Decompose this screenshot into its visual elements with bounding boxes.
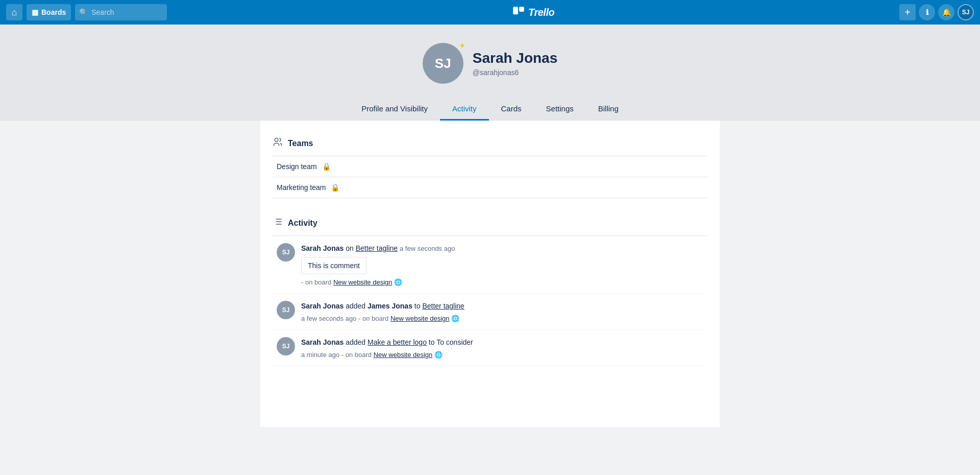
avatar: SJ: [277, 337, 295, 355]
home-button[interactable]: ⌂: [6, 4, 22, 20]
board-emoji: 🌐: [451, 315, 459, 322]
user-avatar[interactable]: SJ: [958, 4, 974, 20]
activity-action: added: [346, 302, 368, 310]
add-button[interactable]: +: [899, 4, 916, 20]
activity-body: Sarah Jonas added James Jonas to Better …: [301, 301, 703, 322]
tab-billing[interactable]: Billing: [586, 98, 631, 121]
profile-username: @sarahjonas6: [473, 68, 558, 77]
avatar: SJ: [277, 243, 295, 262]
activity-board: - on board New website design 🌐: [301, 278, 703, 286]
trello-logo-text: Trello: [528, 7, 554, 18]
activity-list: To consider: [436, 338, 473, 346]
search-wrapper: 🔍: [75, 4, 167, 20]
tab-activity[interactable]: Activity: [440, 98, 489, 121]
board-emoji: 🌐: [394, 278, 402, 286]
tab-profile[interactable]: Profile and Visibility: [349, 98, 440, 121]
tabs-bar: Profile and Visibility Activity Cards Se…: [0, 98, 980, 121]
activity-body: Sarah Jonas on Better tagline a few seco…: [301, 243, 703, 286]
trello-logo-icon: [512, 6, 525, 19]
tab-settings[interactable]: Settings: [534, 98, 586, 121]
activity-card-link[interactable]: Make a better logo: [368, 338, 427, 346]
tab-container: Profile and Visibility Activity Cards Se…: [349, 98, 631, 120]
profile-star-icon: ✦: [459, 41, 465, 51]
lock-icon: 🔒: [322, 162, 331, 171]
teams-section: Teams Design team 🔒 Marketing team 🔒: [273, 137, 707, 198]
board-link[interactable]: New website design: [374, 351, 433, 359]
profile-name: Sarah Jonas: [473, 50, 558, 66]
teams-icon: [273, 137, 283, 150]
board-link[interactable]: New website design: [390, 315, 450, 322]
svg-rect-1: [519, 7, 524, 12]
teams-list: Design team 🔒 Marketing team 🔒: [273, 156, 707, 198]
activity-comment: This is comment: [301, 257, 366, 274]
avatar: SJ: [277, 301, 295, 319]
svg-point-2: [275, 138, 278, 142]
activity-board: a few seconds ago - on board New website…: [301, 315, 703, 322]
page-content: Teams Design team 🔒 Marketing team 🔒: [260, 121, 720, 427]
tab-cards[interactable]: Cards: [489, 98, 534, 121]
teams-section-header: Teams: [273, 137, 707, 150]
boards-icon: ▦: [32, 8, 38, 16]
teams-section-title: Teams: [288, 139, 313, 148]
board-emoji: 🌐: [434, 351, 443, 359]
activity-actor: Sarah Jonas: [301, 302, 344, 310]
team-name: Marketing team: [277, 183, 326, 192]
activity-section: Activity SJ Sarah Jonas on Better taglin…: [273, 217, 707, 366]
lock-icon: 🔒: [331, 183, 339, 192]
activity-text: Sarah Jonas added Make a better logo to …: [301, 337, 703, 348]
activity-section-header: Activity: [273, 217, 707, 229]
activity-text: Sarah Jonas added James Jonas to Better …: [301, 301, 703, 312]
boards-button[interactable]: ▦ Boards: [27, 4, 71, 20]
profile-avatar-wrapper: SJ ✦: [423, 43, 463, 84]
activity-time: a few seconds ago: [400, 245, 455, 252]
search-input[interactable]: [75, 4, 167, 20]
team-name: Design team: [277, 162, 317, 171]
top-navbar: ⌂ ▦ Boards 🔍 Trello + ℹ 🔔 SJ: [0, 0, 980, 25]
activity-action: added: [346, 338, 368, 346]
list-item: Marketing team 🔒: [273, 177, 707, 198]
list-item: Design team 🔒: [273, 156, 707, 177]
activity-section-title: Activity: [288, 219, 317, 228]
activity-actor: Sarah Jonas: [301, 338, 344, 346]
profile-hero: SJ ✦ Sarah Jonas @sarahjonas6 Profile an…: [0, 25, 980, 121]
activity-action: on: [346, 244, 355, 252]
list-item: SJ Sarah Jonas added Make a better logo …: [273, 330, 707, 366]
activity-action2: to: [414, 302, 423, 310]
activity-icon: [273, 217, 283, 229]
svg-rect-0: [513, 7, 518, 14]
header-right: + ℹ 🔔 SJ: [899, 4, 974, 20]
activity-card-link[interactable]: Better tagline: [356, 244, 398, 252]
list-item: SJ Sarah Jonas on Better tagline a few s…: [273, 236, 707, 294]
activity-action2: to: [429, 338, 436, 346]
activity-text: Sarah Jonas on Better tagline a few seco…: [301, 243, 703, 254]
activity-actor: Sarah Jonas: [301, 244, 344, 252]
header-center: Trello: [167, 6, 899, 19]
notifications-button[interactable]: 🔔: [938, 4, 954, 20]
trello-logo: Trello: [512, 6, 554, 19]
profile-avatar: SJ: [423, 43, 463, 84]
main-content: SJ ✦ Sarah Jonas @sarahjonas6 Profile an…: [0, 0, 980, 475]
info-button[interactable]: ℹ: [919, 4, 935, 20]
list-item: SJ Sarah Jonas added James Jonas to Bett…: [273, 294, 707, 330]
board-link[interactable]: New website design: [333, 278, 393, 286]
profile-name-block: Sarah Jonas @sarahjonas6: [473, 50, 558, 77]
boards-label: Boards: [41, 8, 66, 16]
profile-info: SJ ✦ Sarah Jonas @sarahjonas6: [423, 43, 558, 84]
activity-board: a minute ago - on board New website desi…: [301, 351, 703, 359]
activity-card-link[interactable]: Better tagline: [422, 302, 464, 310]
activity-person: James Jonas: [368, 302, 412, 310]
activity-body: Sarah Jonas added Make a better logo to …: [301, 337, 703, 359]
